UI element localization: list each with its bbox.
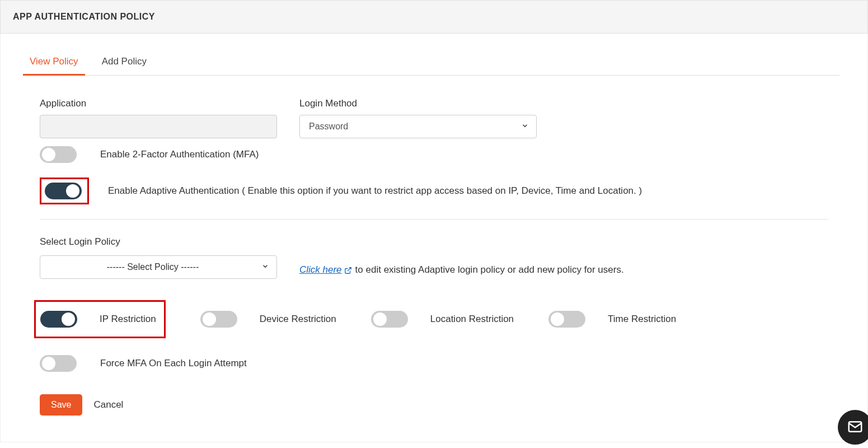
policy-helper-text: Click here to edit existing Adaptive log… [299, 264, 624, 279]
adaptive-auth-toggle[interactable] [45, 183, 82, 199]
force-mfa-row: Force MFA On Each Login Attempt [40, 355, 828, 372]
login-method-select[interactable]: Password [299, 115, 537, 138]
device-restriction-item: Device Restriction [200, 311, 336, 328]
page-header: APP AUTHENTICATION POLICY [0, 0, 868, 34]
chat-widget-button[interactable] [838, 410, 868, 445]
location-restriction-item: Location Restriction [371, 311, 514, 328]
time-restriction-label: Time Restriction [608, 314, 676, 325]
svg-line-0 [347, 268, 350, 271]
application-label: Application [40, 98, 277, 109]
divider [40, 219, 828, 220]
location-restriction-label: Location Restriction [430, 314, 514, 325]
application-field-group: Application [40, 98, 277, 138]
application-input[interactable] [40, 115, 277, 138]
form-area: Application Login Method Password Enable… [29, 98, 839, 416]
restrictions-row: IP Restriction Device Restriction Locati… [40, 300, 828, 338]
action-buttons: Save Cancel [40, 394, 828, 416]
external-link-icon [344, 266, 352, 274]
adaptive-auth-label: Enable Adaptive Authentication ( Enable … [108, 185, 642, 197]
time-restriction-toggle[interactable] [548, 311, 585, 328]
select-login-policy-dropdown[interactable]: ------ Select Policy ------ [40, 255, 277, 279]
cancel-button[interactable]: Cancel [93, 399, 123, 410]
content-area: View Policy Add Policy Application Login… [0, 34, 868, 442]
save-button[interactable]: Save [40, 394, 82, 416]
device-restriction-label: Device Restriction [260, 314, 336, 325]
adaptive-auth-row: Enable Adaptive Authentication ( Enable … [40, 178, 828, 204]
force-mfa-label: Force MFA On Each Login Attempt [100, 358, 247, 369]
force-mfa-toggle[interactable] [40, 355, 77, 372]
device-restriction-toggle[interactable] [200, 311, 237, 328]
tab-view-policy[interactable]: View Policy [29, 50, 79, 75]
location-restriction-toggle[interactable] [371, 311, 408, 328]
page-title: APP AUTHENTICATION POLICY [13, 12, 855, 22]
ip-restriction-toggle[interactable] [40, 311, 77, 328]
mfa-toggle-label: Enable 2-Factor Authentication (MFA) [100, 149, 259, 160]
click-here-link[interactable]: Click here [299, 264, 352, 276]
login-method-field-group: Login Method Password [299, 98, 537, 138]
tab-bar: View Policy Add Policy [29, 50, 839, 76]
time-restriction-item: Time Restriction [548, 311, 676, 328]
ip-restriction-item: IP Restriction [34, 300, 166, 338]
mfa-toggle[interactable] [40, 146, 77, 163]
mail-icon [847, 418, 864, 437]
login-method-label: Login Method [299, 98, 537, 109]
select-login-policy-label: Select Login Policy [40, 236, 828, 248]
mfa-toggle-row: Enable 2-Factor Authentication (MFA) [40, 146, 828, 163]
tab-add-policy[interactable]: Add Policy [101, 50, 148, 75]
ip-restriction-label: IP Restriction [100, 314, 156, 325]
